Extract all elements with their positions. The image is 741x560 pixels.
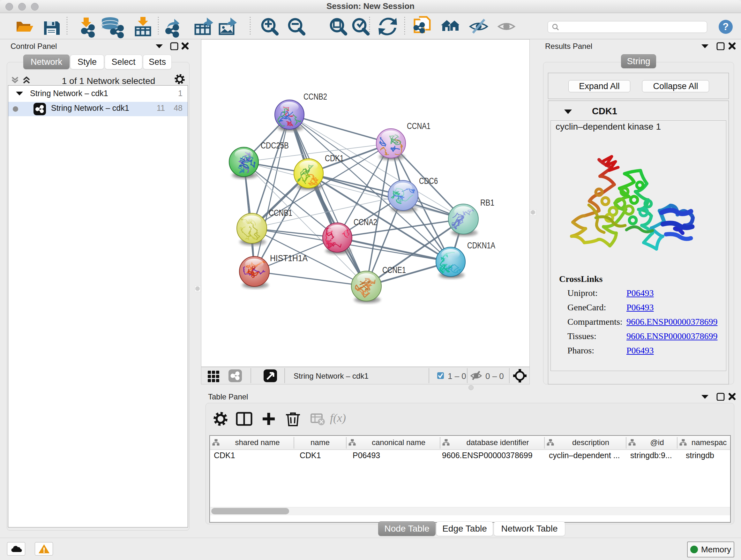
svg-text:CDKN1A: CDKN1A [467, 241, 495, 250]
svg-text:CDC25B: CDC25B [261, 141, 289, 150]
svg-text:HIST1H1A: HIST1H1A [270, 253, 308, 263]
svg-text:CDK1: CDK1 [325, 153, 344, 163]
svg-text:CCNA2: CCNA2 [354, 217, 377, 227]
svg-text:RB1: RB1 [480, 198, 494, 207]
svg-text:CDC6: CDC6 [419, 176, 438, 186]
svg-text:CCNE1: CCNE1 [382, 265, 406, 275]
svg-text:CCNA1: CCNA1 [407, 121, 430, 131]
svg-text:CCNB2: CCNB2 [304, 92, 327, 102]
svg-text:CCNB1: CCNB1 [269, 208, 292, 218]
